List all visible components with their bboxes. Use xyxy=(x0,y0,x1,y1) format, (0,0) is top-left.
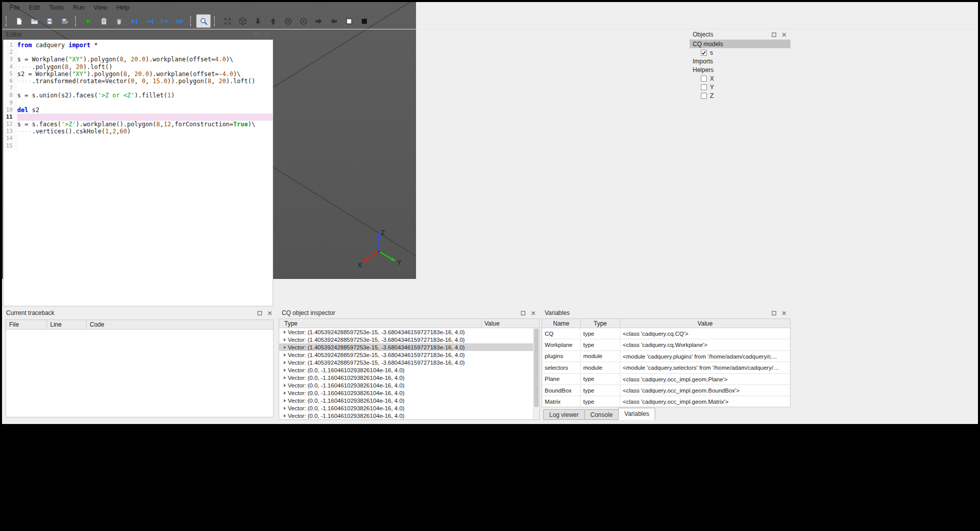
step-out-button[interactable] xyxy=(157,14,172,28)
save-button[interactable] xyxy=(42,14,57,28)
inspector-row[interactable]: Vector: (1.4053924288597253e-15, -3.6804… xyxy=(279,328,533,336)
code-line-10[interactable]: 10del s2 xyxy=(4,107,273,114)
toolbar-handle[interactable] xyxy=(190,16,192,26)
tree-item-helpers[interactable]: Helpers xyxy=(690,65,790,74)
variable-row[interactable]: CQtype<class 'cadquery.cq.CQ'> xyxy=(542,328,790,339)
toolbar-handle[interactable] xyxy=(6,16,8,26)
menu-tools[interactable]: Tools xyxy=(45,3,68,12)
unchecked-checkbox[interactable] xyxy=(701,76,707,82)
inspector-row[interactable]: Vector: (0.0, -1.1604610293826104e-16, 4… xyxy=(279,374,533,381)
inspector-row[interactable]: Vector: (0.0, -1.1604610293826104e-16, 4… xyxy=(279,381,533,389)
column-header-line[interactable]: Line xyxy=(47,320,87,329)
expand-arrow-icon[interactable] xyxy=(281,414,288,418)
delete-button[interactable] xyxy=(111,14,126,28)
code-line-4[interactable]: 4····.polygon(8, 20).loft() xyxy=(4,63,273,70)
close-panel-button[interactable] xyxy=(263,31,270,38)
float-panel-button[interactable] xyxy=(253,31,260,38)
inspector-scrollbar[interactable] xyxy=(533,328,539,419)
tab-console[interactable]: Console xyxy=(584,409,619,420)
code-line-15[interactable]: 15 xyxy=(4,143,273,150)
float-panel-button[interactable] xyxy=(771,310,777,316)
inspector-row[interactable]: Vector: (0.0, -1.1604610293826104e-16, 4… xyxy=(279,404,533,412)
expand-arrow-icon[interactable] xyxy=(281,368,288,372)
tree-item-s[interactable]: s xyxy=(690,48,790,57)
expand-arrow-icon[interactable] xyxy=(281,391,288,395)
bottom-view-button[interactable] xyxy=(266,14,280,28)
column-header-code[interactable]: Code xyxy=(87,320,273,329)
code-editor[interactable]: 1from cadquery import *23s = Workplane("… xyxy=(3,40,273,306)
float-panel-button[interactable] xyxy=(520,310,526,316)
variable-row[interactable]: Planetype<class 'cadquery.occ_impl.geom.… xyxy=(542,374,790,385)
inspector-row[interactable]: Vector: (0.0, -1.1604610293826104e-16, 4… xyxy=(279,389,533,397)
expand-arrow-icon[interactable] xyxy=(281,383,288,387)
open-button[interactable] xyxy=(27,14,42,28)
wireframe-view-button[interactable] xyxy=(342,14,356,28)
expand-arrow-icon[interactable] xyxy=(281,353,288,357)
iso-view-button[interactable] xyxy=(235,14,250,28)
inspector-row[interactable]: Vector: (1.4053924288597253e-15, -3.6804… xyxy=(279,343,533,351)
step-over-button[interactable] xyxy=(127,14,141,28)
right-view-button[interactable] xyxy=(326,14,341,28)
scrollbar-thumb[interactable] xyxy=(534,329,539,407)
continue-button[interactable] xyxy=(172,14,187,28)
column-header-file[interactable]: File xyxy=(6,320,47,329)
code-line-2[interactable]: 2 xyxy=(4,49,273,56)
shaded-view-button[interactable] xyxy=(357,14,371,28)
checked-checkbox[interactable] xyxy=(701,50,707,56)
tree-item-y[interactable]: Y xyxy=(690,83,790,91)
expand-arrow-icon[interactable] xyxy=(281,345,288,349)
toolbar-handle[interactable] xyxy=(214,16,216,26)
variable-row[interactable]: selectorsmodule<module 'cadquery.selecto… xyxy=(542,362,790,373)
expand-arrow-icon[interactable] xyxy=(281,361,288,365)
code-line-12[interactable]: 12s = s.faces('>Z').workplane().polygon(… xyxy=(4,121,273,128)
back-view-button[interactable] xyxy=(296,14,311,28)
expand-arrow-icon[interactable] xyxy=(281,399,288,403)
float-panel-button[interactable] xyxy=(771,31,777,38)
close-panel-button[interactable] xyxy=(530,310,537,316)
variable-row[interactable]: Workplanetype<class 'cadquery.cq.Workpla… xyxy=(542,339,790,350)
menu-file[interactable]: File xyxy=(5,3,24,12)
top-view-button[interactable] xyxy=(250,14,265,28)
unchecked-checkbox[interactable] xyxy=(701,84,707,90)
expand-arrow-icon[interactable] xyxy=(281,330,288,334)
code-line-14[interactable]: 14 xyxy=(4,135,273,142)
code-line-6[interactable]: 6····.transformed(rotate=Vector(0, 0, 15… xyxy=(4,78,273,85)
menu-edit[interactable]: Edit xyxy=(24,3,45,12)
tree-item-z[interactable]: Z xyxy=(690,91,790,100)
render-button[interactable] xyxy=(81,14,96,28)
expand-arrow-icon[interactable] xyxy=(281,406,288,410)
inspector-row[interactable]: Vector: (1.4053924288597253e-15, -3.6804… xyxy=(279,336,533,343)
menu-view[interactable]: View xyxy=(89,3,112,12)
expand-arrow-icon[interactable] xyxy=(281,338,288,342)
column-header-name[interactable]: Name xyxy=(542,319,581,328)
tab-log-viewer[interactable]: Log viewer xyxy=(543,409,585,420)
toolbar-handle[interactable] xyxy=(75,16,77,26)
step-in-button[interactable] xyxy=(142,14,157,28)
close-panel-button[interactable] xyxy=(781,310,787,316)
menu-run[interactable]: Run xyxy=(68,3,89,12)
column-header-type[interactable]: Type xyxy=(581,319,620,328)
variable-row[interactable]: BoundBoxtype<class 'cadquery.occ_impl.ge… xyxy=(542,385,790,396)
debug-button[interactable] xyxy=(96,14,111,28)
fit-view-button[interactable] xyxy=(220,14,235,28)
menu-help[interactable]: Help xyxy=(112,3,134,12)
tree-item-imports[interactable]: Imports xyxy=(690,57,790,65)
code-line-8[interactable]: 8s = s.union(s2).faces('>Z or <Z').fille… xyxy=(4,92,273,99)
code-line-9[interactable]: 9 xyxy=(4,99,273,107)
variable-row[interactable]: Matrixtype<class 'cadquery.occ_impl.geom… xyxy=(542,396,790,407)
code-line-13[interactable]: 13····.vertices().cskHole(1,2,60) xyxy=(4,128,273,135)
inspector-row[interactable]: Vector: (0.0, -1.1604610293826104e-16, 4… xyxy=(279,366,533,374)
tree-item-x[interactable]: X xyxy=(690,74,790,83)
column-header-type[interactable]: Type xyxy=(279,319,482,328)
unchecked-checkbox[interactable] xyxy=(701,93,707,99)
code-line-11[interactable]: 11 xyxy=(4,114,273,121)
column-header-value[interactable]: Value xyxy=(620,319,790,328)
variable-row[interactable]: pluginsmodule<module 'cadquery.plugins' … xyxy=(542,351,790,362)
inspector-row[interactable]: Vector: (0.0, -1.1604610293826104e-16, 4… xyxy=(279,412,533,419)
front-view-button[interactable] xyxy=(281,14,295,28)
inspector-row[interactable]: Vector: (1.4053924288597253e-15, -3.6804… xyxy=(279,359,533,366)
code-line-5[interactable]: 5s2 = Workplane("XY").polygon(8, 20.0).w… xyxy=(4,70,273,78)
column-header-value[interactable]: Value xyxy=(482,319,539,328)
left-view-button[interactable] xyxy=(311,14,326,28)
close-panel-button[interactable] xyxy=(267,310,273,316)
